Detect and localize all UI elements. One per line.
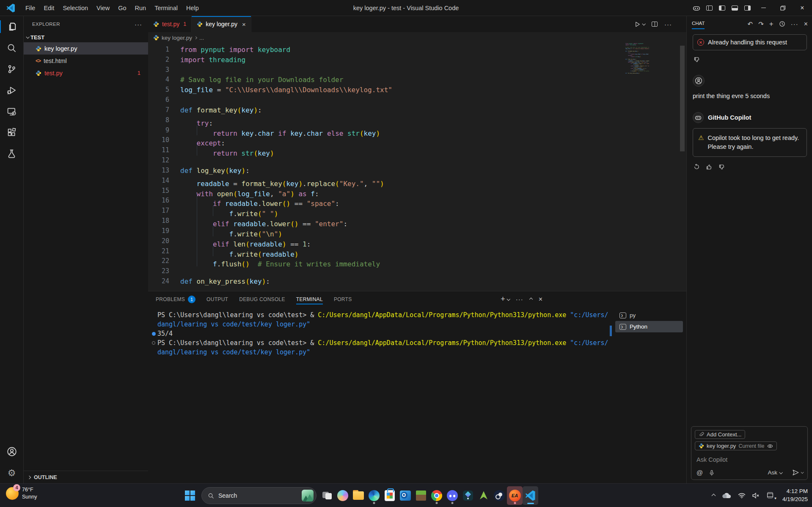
code-line[interactable]: 1from pynput import keyboard: [148, 45, 640, 55]
toggle-panel-icon[interactable]: [728, 3, 741, 14]
testing-icon[interactable]: [0, 143, 24, 164]
attached-file-chip[interactable]: key loger.py Current file: [695, 441, 777, 450]
edge-taskbar-icon[interactable]: [366, 486, 382, 505]
thumbs-up-icon[interactable]: [706, 164, 713, 170]
breadcrumb[interactable]: key loger.py ...: [148, 32, 686, 43]
code-line[interactable]: 8try:: [148, 115, 640, 126]
close-chat-icon[interactable]: ×: [804, 20, 808, 28]
code-line[interactable]: 11return str(key): [148, 145, 640, 156]
mic-icon[interactable]: [709, 470, 715, 476]
terminal-instance-python[interactable]: Python: [615, 321, 683, 332]
chat-history-icon[interactable]: [779, 21, 785, 27]
new-chat-icon[interactable]: +: [769, 20, 773, 28]
weather-widget[interactable]: 4 76°F Sunny: [6, 486, 37, 501]
task-view-taskbar-icon[interactable]: [319, 486, 335, 505]
code-line[interactable]: 9return key.char if key.char else str(ke…: [148, 126, 640, 136]
editor-scrollbar[interactable]: [680, 46, 685, 151]
code-line[interactable]: 20elif len(readable) == 1:: [148, 236, 640, 247]
code-line[interactable]: 14readable = format_key(key).replace("Ke…: [148, 176, 640, 186]
settings-icon[interactable]: ⚙: [0, 462, 24, 483]
ea-taskbar-icon[interactable]: [507, 486, 523, 505]
panel-tab-output[interactable]: OUTPUT: [206, 291, 228, 307]
cast-heart-icon[interactable]: ♥: [767, 492, 776, 499]
code-line[interactable]: 15with open(log_file, "a") as f:: [148, 186, 640, 196]
restore-button[interactable]: [773, 0, 793, 16]
code-line[interactable]: 10except:: [148, 135, 640, 145]
code-line[interactable]: 19f.write("\n"): [148, 226, 640, 236]
copilot-titlebar-icon[interactable]: [690, 3, 703, 14]
account-icon[interactable]: [0, 441, 24, 462]
retry-icon[interactable]: [694, 164, 700, 170]
menu-file[interactable]: File: [22, 3, 39, 13]
tab-key-loger-py[interactable]: key loger.py×: [192, 16, 251, 32]
file-item-key-loger-py[interactable]: key loger.py: [24, 42, 148, 55]
store-taskbar-icon[interactable]: [382, 486, 397, 505]
breadcrumb-file[interactable]: key loger.py: [162, 35, 192, 41]
code-line[interactable]: 17f.write(" "): [148, 206, 640, 216]
code-editor[interactable]: 1from pynput import keyboard2import thre…: [148, 43, 686, 291]
panel-more-actions-icon[interactable]: ···: [516, 296, 523, 303]
menu-view[interactable]: View: [93, 3, 113, 13]
source-control-icon[interactable]: [0, 58, 24, 79]
terminal-scrollbar[interactable]: [610, 326, 612, 336]
filmora-taskbar-icon[interactable]: [460, 486, 476, 505]
explorer-icon[interactable]: [0, 16, 24, 37]
terminal-output[interactable]: PS C:\Users\dangl\learing vs code\test> …: [150, 310, 610, 357]
taskbar-clock[interactable]: 4:12 PM 4/19/2025: [782, 488, 808, 504]
run-button[interactable]: [634, 21, 645, 27]
code-line[interactable]: 3: [148, 65, 640, 75]
chat-tab[interactable]: CHAT: [692, 21, 705, 27]
menu-terminal[interactable]: Terminal: [151, 3, 182, 13]
add-context-button[interactable]: Add Context...: [695, 430, 745, 439]
chrome-taskbar-icon[interactable]: [429, 486, 444, 505]
minimap[interactable]: from pynput import keyboardimport thread…: [625, 43, 649, 74]
toggle-primary-sidebar-icon[interactable]: [716, 3, 728, 14]
code-line[interactable]: 2import threading: [148, 55, 640, 65]
toggle-secondary-sidebar-icon[interactable]: [741, 3, 754, 14]
taskbar-search[interactable]: Search: [201, 487, 317, 504]
chat-more-icon[interactable]: ···: [791, 20, 798, 27]
code-line[interactable]: 4# Save log file in your Downloads folde…: [148, 75, 640, 85]
code-line[interactable]: 18elif readable.lower() == "enter":: [148, 216, 640, 226]
close-panel-icon[interactable]: ×: [539, 296, 542, 303]
wifi-icon[interactable]: [738, 493, 746, 499]
minecraft-taskbar-icon[interactable]: [413, 486, 429, 505]
close-window-button[interactable]: ×: [793, 0, 812, 16]
terminal-instance-py[interactable]: py: [615, 310, 683, 321]
undo-icon[interactable]: ↶: [748, 20, 753, 28]
code-line[interactable]: def on_key_press(key):: [625, 73, 649, 74]
run-dropdown-icon[interactable]: [642, 22, 645, 25]
menu-selection[interactable]: Selection: [59, 3, 92, 13]
panel-tab-terminal[interactable]: TERMINAL: [296, 291, 323, 307]
chat-input-area[interactable]: Add Context... key loger.py Current file…: [691, 426, 808, 480]
arrow-green-taskbar-icon[interactable]: [476, 486, 491, 505]
menu-edit[interactable]: Edit: [40, 3, 58, 13]
vscode-taskbar-icon[interactable]: [523, 486, 538, 505]
explorer-more-icon[interactable]: ···: [135, 21, 142, 28]
mention-icon[interactable]: @: [696, 469, 703, 476]
search-highlight-image[interactable]: [302, 490, 314, 502]
tab-test-py[interactable]: test.py1: [148, 16, 192, 32]
new-terminal-button[interactable]: +: [501, 295, 509, 304]
panel-tab-ports[interactable]: PORTS: [334, 291, 352, 307]
file-item-test-html[interactable]: <>test.html: [24, 55, 148, 67]
terminal-dropdown-icon[interactable]: [506, 297, 510, 301]
code-line[interactable]: 24def on_key_press(key):: [148, 277, 640, 287]
code-line[interactable]: 7def format_key(key):: [148, 105, 640, 115]
chat-input-placeholder[interactable]: Ask Copilot: [695, 453, 804, 468]
close-tab-icon[interactable]: ×: [242, 21, 246, 28]
code-line[interactable]: 6: [148, 95, 640, 105]
volume-muted-icon[interactable]: [752, 493, 760, 499]
menu-help[interactable]: Help: [182, 3, 203, 13]
run-debug-icon[interactable]: [0, 79, 24, 101]
folder-section-test[interactable]: TEST: [24, 32, 148, 42]
panel-tab-problems[interactable]: PROBLEMS1: [156, 291, 195, 307]
redo-icon[interactable]: ↷: [758, 20, 764, 28]
copilot-taskbar-icon[interactable]: [335, 486, 350, 505]
menu-run[interactable]: Run: [131, 3, 150, 13]
code-line[interactable]: 22f.flush() # Ensure it writes immediate…: [148, 256, 640, 266]
code-line[interactable]: 5log_file = "C:\\Users\\dangl\\Downloads…: [148, 85, 640, 95]
start-button[interactable]: [181, 487, 199, 504]
customize-layout-icon[interactable]: [703, 3, 716, 14]
code-lines[interactable]: 1from pynput import keyboard2import thre…: [148, 45, 640, 287]
